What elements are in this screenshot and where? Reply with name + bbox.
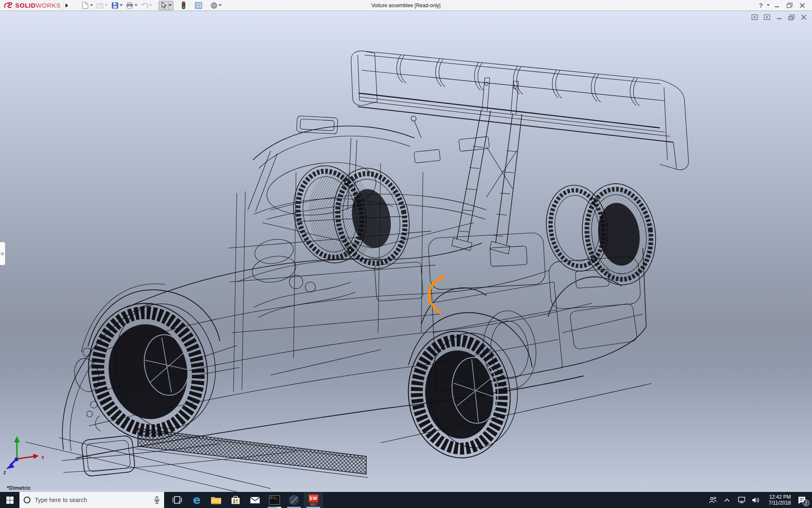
save-button[interactable] [110,1,124,10]
doc-restore-icon[interactable] [788,14,795,20]
taskbar-app-hexagon[interactable] [284,492,304,508]
tray-chevron-up-icon[interactable] [721,492,733,508]
taskbar-app-file-explorer[interactable] [206,492,226,508]
select-cursor-icon [160,2,168,9]
options-button[interactable] [209,1,223,10]
minimize-button[interactable] [771,0,783,11]
taskbar-app-edge[interactable]: e [187,492,206,508]
options-dropdown-icon[interactable] [218,2,222,9]
windows-taskbar: e C:\_ [0,492,812,508]
hexagon-app-icon [289,495,299,505]
clock-date: 7/11/2018 [765,500,791,506]
cortana-icon[interactable] [24,497,30,503]
undo-button[interactable] [140,1,154,10]
graphics-viewport[interactable]: x z *Dimetric [0,11,812,492]
file-explorer-icon [211,496,222,505]
window-title: Voiture assemblee [Read-only] [371,0,440,11]
taskbar-app-solidworks[interactable]: SW 2017 [304,492,323,508]
save-icon [111,2,119,9]
collapsed-panel-tab[interactable] [0,242,5,265]
help-button[interactable]: ? [756,0,765,11]
task-view-icon [173,496,182,504]
microphone-icon[interactable] [154,496,160,504]
gear-icon [210,2,218,9]
document-window-controls [752,14,807,20]
select-tool-button[interactable] [159,1,173,10]
undo-dropdown-icon[interactable] [149,2,153,9]
window-controls: ? [756,0,812,11]
people-icon[interactable] [706,492,719,508]
undo-icon [140,2,149,9]
system-tray: 12:42 PM 7/11/2018 2 [706,492,812,508]
command-prompt-icon: C:\_ [269,495,280,505]
taskbar-app-command-prompt[interactable]: C:\_ [265,492,284,508]
solidworks-logo: SOLIDWORKS [0,1,63,10]
orientation-triad: x z [3,434,49,475]
print-icon [126,2,134,9]
app-titlebar: SOLIDWORKS [0,0,812,11]
triad-z-label: z [3,469,6,475]
volume-icon[interactable] [749,492,762,508]
brand-solid: SOLID [15,2,36,9]
taskbar-search-box[interactable] [19,492,164,508]
select-dropdown-icon[interactable] [168,2,172,9]
restore-button[interactable] [783,0,796,11]
network-icon[interactable] [735,492,748,508]
file-properties-button[interactable] [194,1,204,10]
close-button[interactable] [796,0,809,11]
task-view-button[interactable] [167,492,187,508]
action-center-button[interactable]: 2 [793,492,810,508]
windows-logo-icon [6,497,14,504]
solidworks-cube-icon: SW [309,494,318,502]
print-dropdown-icon[interactable] [134,2,138,9]
help-dropdown-icon[interactable] [765,0,771,11]
ds-logo-icon [3,1,14,10]
brand-works: WORKS [36,2,60,9]
notification-badge: 2 [803,500,809,506]
solidworks-app-icon: SW 2017 [309,494,318,506]
taskbar-clock[interactable]: 12:42 PM 7/11/2018 [764,494,792,506]
triad-x-axis-icon [33,454,39,459]
taskbar-app-mail[interactable] [245,492,265,508]
pane-right-icon[interactable] [764,14,770,20]
quick-access-toolbar [80,1,223,10]
taskbar-app-store[interactable] [226,492,245,508]
panel-tab-knob-icon [1,252,4,255]
doc-close-icon[interactable] [801,14,807,20]
clock-time: 12:42 PM [765,494,791,500]
menu-flyout-arrow-icon[interactable] [63,1,70,10]
open-button[interactable] [95,1,109,10]
wireframe-model[interactable] [0,11,812,492]
save-dropdown-icon[interactable] [119,2,123,9]
file-properties-icon [195,2,203,9]
new-document-button[interactable] [80,1,94,10]
edge-icon: e [193,494,200,505]
triad-y-axis-icon [14,436,20,442]
solidworks-year-label: 2017 [310,503,317,506]
search-input[interactable] [35,497,150,503]
pane-left-icon[interactable] [752,14,758,20]
traffic-light-icon [179,2,188,9]
triad-x-label: x [41,454,44,460]
rebuild-button[interactable] [178,1,189,10]
view-orientation-label: *Dimetric [7,485,31,491]
open-dropdown-icon[interactable] [104,2,108,9]
doc-minimize-icon[interactable] [776,14,782,20]
print-button[interactable] [125,1,139,10]
open-icon [96,2,104,9]
store-icon [231,495,240,505]
start-button[interactable] [0,492,19,508]
mail-icon [250,497,260,504]
new-document-icon [81,2,90,9]
new-document-dropdown-icon[interactable] [90,2,93,9]
